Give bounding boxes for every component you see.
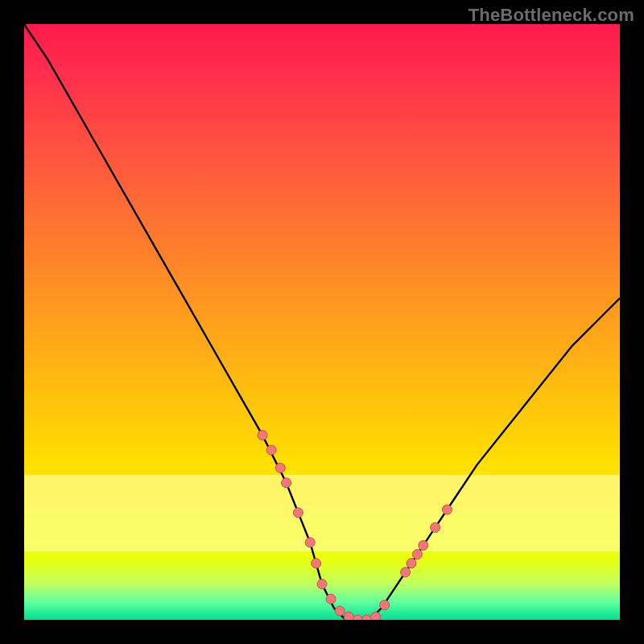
gradient-plot-area xyxy=(24,24,620,620)
chart-container: TheBottleneck.com xyxy=(0,0,644,644)
watermark-text: TheBottleneck.com xyxy=(469,5,634,26)
